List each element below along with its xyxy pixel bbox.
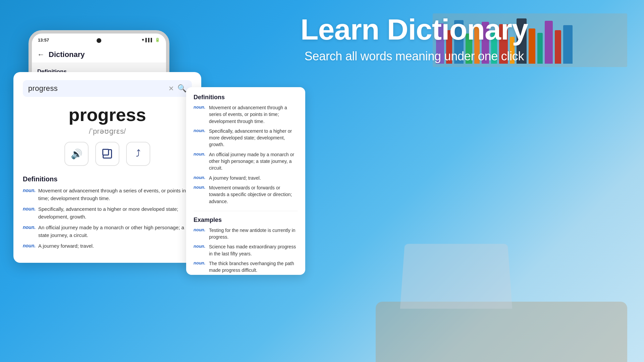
expos-2: noun.: [194, 243, 206, 257]
extext-2: Science has made extraordinary progress …: [209, 243, 298, 257]
pos-4: noun.: [23, 242, 36, 250]
search-word-text: progress: [28, 84, 165, 93]
share-icon: ⤴: [136, 148, 141, 159]
right-def-title: Definitions: [194, 94, 298, 101]
battery-icon: 🔋: [155, 38, 160, 42]
def-text-3: An official journey made by a monarch or…: [38, 224, 192, 239]
laptop: [400, 244, 512, 309]
pos-2: noun.: [23, 205, 36, 221]
word-heading: progress: [23, 104, 192, 125]
expos-1: noun.: [194, 227, 206, 241]
pos-1: noun.: [23, 187, 36, 202]
right-def-5: noun. Movement onwards or forwards or to…: [194, 184, 298, 205]
wifi-icon: ▾: [142, 38, 144, 42]
speaker-button[interactable]: 🔊: [64, 142, 89, 166]
phone-camera: [97, 38, 101, 43]
copy-icon: [103, 149, 112, 159]
def-item-4: noun. A journey forward; travel.: [23, 242, 192, 250]
rpos-5: noun.: [194, 184, 206, 205]
def-text-2: Specifically, advancement to a higher or…: [38, 205, 192, 221]
hero-title: Learn Dictionary: [201, 13, 627, 46]
signal-icon: ▌▌▌: [146, 38, 153, 42]
right-ex-2: noun. Science has made extraordinary pro…: [194, 243, 298, 257]
action-buttons-group: 🔊 ⤴: [23, 142, 192, 166]
speaker-icon: 🔊: [71, 148, 83, 160]
copy-button[interactable]: [95, 142, 119, 166]
share-button[interactable]: ⤴: [126, 142, 150, 166]
phone-app-title: Dictionary: [49, 50, 85, 59]
rpos-4: noun.: [194, 175, 206, 181]
definitions-title: Definitions: [23, 175, 192, 183]
def-item-3: noun. An official journey made by a mona…: [23, 224, 192, 239]
rtext-1: Movement or advancement through a series…: [209, 104, 298, 125]
rtext-3: An official journey made by a monarch or…: [209, 151, 298, 172]
main-card: progress ✕ 🔍 progress /ˈprəʊɡrɛs/ 🔊 ⤴ De…: [13, 72, 201, 263]
right-definitions-section: Definitions noun. Movement or advancemen…: [194, 94, 298, 205]
person-area: [376, 60, 627, 362]
extext-3: The thick branches overhanging the path …: [209, 260, 298, 274]
word-phonetic: /ˈprəʊɡrɛs/: [23, 127, 192, 136]
rpos-2: noun.: [194, 128, 206, 148]
hero-subtitle: Search all words meaning under one click: [201, 49, 627, 63]
rtext-4: A journey forward; travel.: [209, 175, 261, 181]
right-ex-3: noun. The thick branches overhanging the…: [194, 260, 298, 274]
right-def-2: noun. Specifically, advancement to a hig…: [194, 128, 298, 148]
right-def-4: noun. A journey forward; travel.: [194, 175, 298, 181]
right-ex-title: Examples: [194, 217, 298, 224]
pos-3: noun.: [23, 224, 36, 239]
def-text-1: Movement or advancement through a series…: [38, 187, 192, 202]
rtext-2: Specifically, advancement to a higher or…: [209, 128, 298, 148]
panel-divider-1: [194, 211, 298, 211]
rtext-5: Movement onwards or forwards or towards …: [209, 184, 298, 205]
search-button[interactable]: 🔍: [177, 85, 186, 92]
phone-header: ← Dictionary: [32, 46, 166, 63]
expos-3: noun.: [194, 260, 206, 274]
def-item-1: noun. Movement or advancement through a …: [23, 187, 192, 202]
back-button[interactable]: ←: [37, 50, 45, 59]
def-item-2: noun. Specifically, advancement to a hig…: [23, 205, 192, 221]
right-def-1: noun. Movement or advancement through a …: [194, 104, 298, 125]
extext-1: Testing for the new antidote is currentl…: [209, 227, 298, 241]
rpos-3: noun.: [194, 151, 206, 172]
rpos-1: noun.: [194, 104, 206, 125]
search-bar[interactable]: progress ✕ 🔍: [23, 80, 192, 97]
right-panel: Definitions noun. Movement or advancemen…: [186, 87, 305, 275]
status-time: 13:57: [38, 38, 49, 43]
right-ex-1: noun. Testing for the new antidote is cu…: [194, 227, 298, 241]
definitions-list: noun. Movement or advancement through a …: [23, 187, 192, 250]
clear-button[interactable]: ✕: [168, 85, 174, 92]
hero-section: Learn Dictionary Search all words meanin…: [201, 13, 627, 63]
def-text-4: A journey forward; travel.: [38, 242, 94, 250]
right-examples-section: Examples noun. Testing for the new antid…: [194, 217, 298, 274]
status-icons: ▾ ▌▌▌ 🔋: [142, 38, 160, 42]
word-main-text: progress: [23, 104, 192, 125]
right-def-3: noun. An official journey made by a mona…: [194, 151, 298, 172]
desk: [376, 302, 627, 362]
